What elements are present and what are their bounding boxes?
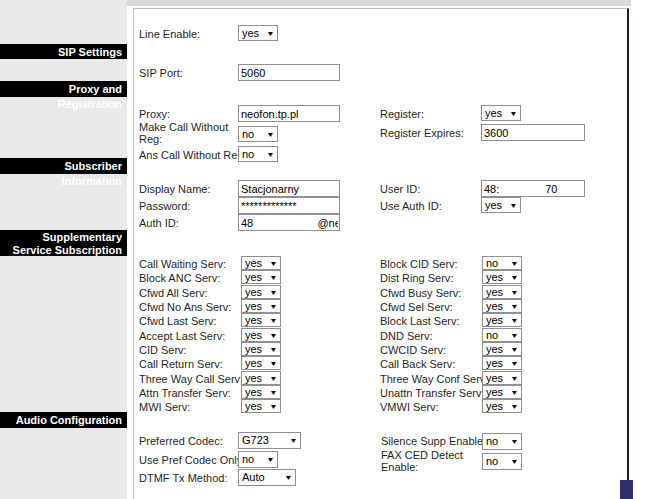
display-name-input[interactable] xyxy=(238,180,340,197)
section-header-audio-configuration: Audio Configuration xyxy=(0,412,127,428)
cfwd-last-serv-select[interactable]: yes▼ xyxy=(241,313,281,327)
dropdown-arrow-icon: ▼ xyxy=(269,360,277,367)
line-enable-select[interactable]: yes ▼ xyxy=(238,25,278,41)
mwi-serv-select[interactable]: yes▼ xyxy=(241,399,281,413)
block-last-serv-label: Block Last Serv: xyxy=(380,315,459,327)
use-auth-id-select[interactable]: yes ▼ xyxy=(481,197,521,213)
dropdown-arrow-icon: ▼ xyxy=(266,30,274,37)
dropdown-arrow-icon: ▼ xyxy=(269,303,277,310)
dropdown-arrow-icon: ▼ xyxy=(266,131,274,138)
select-value: yes xyxy=(245,344,262,355)
select-value: yes xyxy=(245,287,262,298)
section-header-subscriber-information: Subscriber Information xyxy=(0,158,127,174)
vmwi-serv-select[interactable]: yes▼ xyxy=(482,399,522,413)
select-value: no xyxy=(242,454,254,465)
cfwd-all-serv-select[interactable]: yes▼ xyxy=(241,285,281,299)
ans-call-without-reg-select[interactable]: no ▼ xyxy=(238,146,278,162)
user-id-label: User ID: xyxy=(380,183,420,195)
password-input[interactable] xyxy=(238,197,340,214)
select-value: yes xyxy=(486,315,503,326)
dropdown-arrow-icon: ▼ xyxy=(510,274,518,281)
dropdown-arrow-icon: ▼ xyxy=(284,474,292,481)
dropdown-arrow-icon: ▼ xyxy=(510,438,518,445)
register-expires-input[interactable] xyxy=(481,124,585,141)
proxy-input[interactable] xyxy=(238,105,340,122)
register-expires-label: Register Expires: xyxy=(380,127,464,139)
preferred-codec-label: Preferred Codec: xyxy=(139,435,223,447)
user-id-input[interactable] xyxy=(481,180,585,197)
select-value: yes xyxy=(486,401,503,412)
cfwd-sel-serv-select[interactable]: yes▼ xyxy=(482,299,522,313)
select-value: no xyxy=(486,436,498,447)
dnd-serv-select[interactable]: no▼ xyxy=(482,328,522,342)
preferred-codec-select[interactable]: G723 ▼ xyxy=(238,432,301,449)
select-value: yes xyxy=(486,373,503,384)
dnd-serv-label: DND Serv: xyxy=(380,330,433,342)
silence-supp-enable-select[interactable]: no ▼ xyxy=(482,433,522,450)
use-pref-codec-only-label: Use Pref Codec Only: xyxy=(139,454,245,466)
call-back-serv-label: Call Back Serv: xyxy=(380,358,455,370)
auth-id-input[interactable] xyxy=(238,214,340,231)
cid-serv-label: CID Serv: xyxy=(139,344,187,356)
select-value: yes xyxy=(486,358,503,369)
sip-port-input[interactable] xyxy=(238,64,340,81)
fax-ced-detect-enable-select[interactable]: no ▼ xyxy=(482,453,522,470)
dropdown-arrow-icon: ▼ xyxy=(269,260,277,267)
cfwd-no-ans-serv-label: Cfwd No Ans Serv: xyxy=(139,301,231,313)
select-value: G723 xyxy=(242,435,269,446)
cwcid-serv-select[interactable]: yes▼ xyxy=(482,342,522,356)
select-value: yes xyxy=(245,387,262,398)
dtmf-tx-method-select[interactable]: Auto ▼ xyxy=(238,469,296,486)
dropdown-arrow-icon: ▼ xyxy=(510,317,518,324)
display-name-label: Display Name: xyxy=(139,183,211,195)
select-value: yes xyxy=(485,108,502,119)
three-way-conf-serv-select[interactable]: yes▼ xyxy=(482,371,522,385)
dist-ring-serv-select[interactable]: yes▼ xyxy=(482,270,522,284)
select-value: Auto xyxy=(242,472,265,483)
call-waiting-serv-select[interactable]: yes▼ xyxy=(241,256,281,270)
cfwd-busy-serv-select[interactable]: yes▼ xyxy=(482,285,522,299)
block-cid-serv-label: Block CID Serv: xyxy=(380,258,458,270)
call-back-serv-select[interactable]: yes▼ xyxy=(482,356,522,370)
line-enable-label: Line Enable: xyxy=(139,28,200,40)
cfwd-last-serv-label: Cfwd Last Serv: xyxy=(139,315,217,327)
cfwd-no-ans-serv-select[interactable]: yes▼ xyxy=(241,299,281,313)
cid-serv-select[interactable]: yes▼ xyxy=(241,342,281,356)
use-pref-codec-only-select[interactable]: no ▼ xyxy=(238,451,278,468)
dropdown-arrow-icon: ▼ xyxy=(509,110,517,117)
dropdown-arrow-icon: ▼ xyxy=(510,346,518,353)
dropdown-arrow-icon: ▼ xyxy=(510,403,518,410)
select-value: yes xyxy=(245,358,262,369)
select-value: no xyxy=(242,129,254,140)
call-return-serv-select[interactable]: yes▼ xyxy=(241,356,281,370)
accept-last-serv-select[interactable]: yes▼ xyxy=(241,328,281,342)
unattn-transfer-serv-label: Unattn Transfer Serv: xyxy=(380,387,485,399)
cfwd-sel-serv-label: Cfwd Sel Serv: xyxy=(380,301,453,313)
three-way-call-serv-select[interactable]: yes▼ xyxy=(241,371,281,385)
mwi-serv-label: MWI Serv: xyxy=(139,401,190,413)
voip-line-config-page: SIP Settings Proxy and Registration Subs… xyxy=(0,0,648,499)
register-select[interactable]: yes ▼ xyxy=(481,105,521,121)
auth-id-label: Auth ID: xyxy=(139,217,179,229)
select-value: yes xyxy=(486,344,503,355)
top-strip xyxy=(127,0,631,6)
call-return-serv-label: Call Return Serv: xyxy=(139,358,223,370)
dropdown-arrow-icon: ▼ xyxy=(510,260,518,267)
select-value: yes xyxy=(245,272,262,283)
block-cid-serv-select[interactable]: no▼ xyxy=(482,256,522,270)
attn-transfer-serv-select[interactable]: yes▼ xyxy=(241,385,281,399)
call-waiting-serv-label: Call Waiting Serv: xyxy=(139,258,226,270)
select-value: yes xyxy=(245,315,262,326)
section-header-proxy-registration: Proxy and Registration xyxy=(0,81,127,97)
make-call-without-reg-select[interactable]: no ▼ xyxy=(238,126,278,142)
dist-ring-serv-label: Dist Ring Serv: xyxy=(380,272,453,284)
three-way-call-serv-label: Three Way Call Serv: xyxy=(139,373,243,385)
dropdown-arrow-icon: ▼ xyxy=(509,202,517,209)
block-last-serv-select[interactable]: yes▼ xyxy=(482,313,522,327)
unattn-transfer-serv-select[interactable]: yes▼ xyxy=(482,385,522,399)
block-anc-serv-select[interactable]: yes▼ xyxy=(241,270,281,284)
dropdown-arrow-icon: ▼ xyxy=(266,151,274,158)
select-value: no xyxy=(486,456,498,467)
sip-port-label: SIP Port: xyxy=(139,67,183,79)
ans-call-without-reg-label: Ans Call Without Reg: xyxy=(139,149,247,161)
